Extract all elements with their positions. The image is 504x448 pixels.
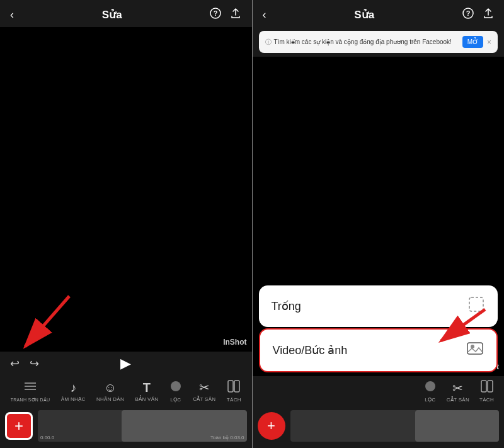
right-panel: ‹ Sửa ? ⓘ Tìm kiếm các sự kiện và cộng đ… — [253, 0, 505, 448]
left-share-icon[interactable] — [230, 8, 241, 22]
svg-rect-13 — [467, 343, 483, 354]
left-back-button[interactable]: ‹ — [10, 8, 14, 21]
video-card[interactable]: Video/Bức ảnh — [259, 328, 498, 372]
am-nhac-icon: ♪ — [70, 381, 76, 395]
tool-cat-san[interactable]: ✂ CẮT SÂN — [193, 380, 215, 402]
left-timeline: + 0:00.0 Toàn bộ 0:03.0 — [0, 404, 252, 448]
left-top-icons: ? — [210, 8, 241, 22]
tool-nhan-dan-label: NHÃN DÁN — [96, 396, 124, 402]
left-title: Sửa — [102, 8, 122, 21]
tool-tranh-son-dau[interactable]: TRANH SƠN DẦU — [11, 379, 50, 403]
cat-san-icon: ✂ — [199, 380, 210, 395]
left-add-button[interactable]: + — [5, 412, 33, 440]
right-track-filled — [415, 410, 499, 442]
ad-open-button[interactable]: MỞ — [462, 36, 483, 48]
right-tach-label: TÁCH — [479, 397, 494, 403]
tool-tranh-label: TRANH SƠN DẦU — [11, 398, 50, 403]
trong-label: Trống — [272, 299, 301, 313]
right-timeline: + — [253, 404, 505, 448]
right-ad-banner: ⓘ Tìm kiếm các sự kiện và cộng đồng địa … — [259, 31, 498, 53]
tool-ban-van-label: BẢN VĂN — [135, 396, 158, 402]
svg-text:?: ? — [214, 9, 218, 17]
right-cat-san-icon: ✂ — [452, 381, 463, 396]
right-loc-label: LỌC — [425, 397, 435, 403]
right-loc-icon — [424, 380, 437, 396]
right-share-icon[interactable] — [483, 8, 494, 22]
svg-rect-17 — [488, 381, 493, 392]
left-watermark: InShot — [223, 338, 246, 347]
right-top-bar: ‹ Sửa ? — [253, 0, 505, 27]
ts-total: Toàn bộ 0:03.0 — [210, 435, 244, 440]
right-tool-cat-san[interactable]: ✂ CẮT SÂN — [447, 381, 469, 403]
right-tach-icon — [481, 380, 493, 396]
tool-am-nhac[interactable]: ♪ ÂM NHẠC — [61, 381, 86, 402]
svg-text:?: ? — [466, 9, 471, 17]
ts-start: 0:00.0 — [40, 435, 54, 440]
loc-icon — [169, 380, 182, 396]
video-icon — [466, 340, 484, 361]
right-tool-tach[interactable]: TÁCH — [479, 380, 494, 403]
right-tools-row: LỌC ✂ CẮT SÂN TÁCH — [253, 376, 505, 404]
play-button[interactable]: ▶ — [120, 355, 131, 372]
svg-rect-6 — [228, 381, 233, 392]
tool-ban-van[interactable]: T BẢN VĂN — [135, 381, 158, 402]
tool-cat-san-label: CẮT SÂN — [193, 396, 215, 402]
right-title: Sửa — [354, 8, 374, 21]
svg-rect-12 — [469, 297, 483, 311]
right-cat-san-label: CẮT SÂN — [447, 397, 469, 403]
tool-am-nhac-label: ÂM NHẠC — [61, 396, 86, 402]
tool-tach[interactable]: TÁCH — [227, 380, 241, 403]
trong-card[interactable]: Trống — [259, 285, 498, 327]
undo-redo-group: ↩ ↪ — [10, 357, 39, 370]
svg-rect-7 — [234, 381, 239, 392]
right-timeline-track — [290, 410, 500, 442]
right-tool-loc[interactable]: LỌC — [424, 380, 437, 403]
ban-van-icon: T — [143, 381, 151, 395]
tool-loc-label: LỌC — [170, 397, 181, 403]
svg-rect-16 — [481, 381, 486, 392]
popup-area: Trống Video/Bức ảnh — [259, 285, 498, 372]
redo-button[interactable]: ↪ — [30, 357, 39, 370]
right-back-button[interactable]: ‹ — [263, 8, 266, 21]
left-top-bar: ‹ Sửa ? — [0, 0, 252, 27]
ad-close-button[interactable]: × — [487, 38, 491, 47]
ad-text: Tìm kiếm các sự kiện và cộng đồng địa ph… — [274, 38, 462, 45]
svg-point-5 — [171, 381, 181, 391]
tool-tach-label: TÁCH — [227, 397, 241, 403]
trong-icon — [467, 296, 485, 317]
nhan-dan-icon: ☺ — [104, 381, 117, 395]
right-top-icons: ? — [462, 8, 494, 22]
left-timeline-track: 0:00.0 Toàn bộ 0:03.0 — [38, 410, 247, 442]
left-panel: ‹ Sửa ? InShot ↩ ↪ ▶ — [0, 0, 252, 448]
right-help-icon[interactable]: ? — [462, 8, 474, 22]
video-label: Video/Bức ảnh — [273, 343, 348, 357]
left-playback-row: ↩ ↪ ▶ — [0, 352, 252, 376]
svg-point-14 — [471, 345, 474, 348]
tool-loc[interactable]: LỌC — [169, 380, 182, 403]
tool-nhan-dan[interactable]: ☺ NHÃN DÁN — [96, 381, 124, 402]
undo-button[interactable]: ↩ — [10, 357, 20, 370]
right-add-button[interactable]: + — [258, 412, 285, 440]
svg-point-15 — [425, 381, 435, 391]
tranh-son-dau-icon — [23, 379, 37, 396]
left-timestamps: 0:00.0 Toàn bộ 0:03.0 — [40, 435, 244, 440]
tach-icon — [227, 380, 240, 396]
left-help-icon[interactable]: ? — [210, 8, 221, 22]
left-video-preview: InShot — [0, 27, 252, 352]
left-tools-row: TRANH SƠN DẦU ♪ ÂM NHẠC ☺ NHÃN DÁN T BẢN… — [0, 376, 252, 404]
